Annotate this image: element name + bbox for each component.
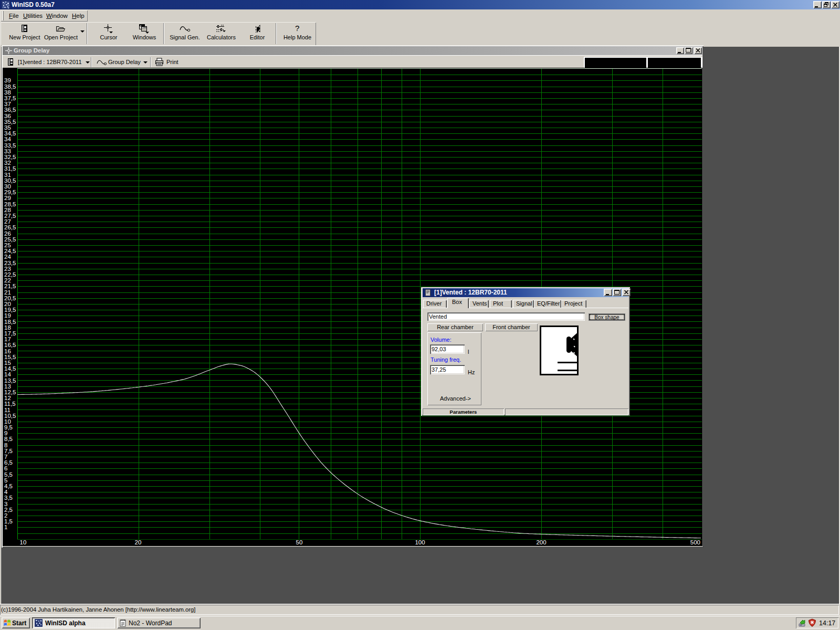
svg-text:11,5: 11,5 bbox=[4, 401, 16, 407]
svg-text:16,5: 16,5 bbox=[4, 342, 16, 348]
svg-text:38: 38 bbox=[4, 89, 11, 96]
svg-text:27: 27 bbox=[4, 218, 11, 225]
svg-text:7,5: 7,5 bbox=[4, 448, 13, 454]
svg-text:27,5: 27,5 bbox=[4, 213, 16, 219]
svg-text:1,5: 1,5 bbox=[4, 518, 13, 524]
svg-text:10: 10 bbox=[20, 539, 27, 545]
svg-text:12,5: 12,5 bbox=[4, 389, 16, 395]
svg-text:6,5: 6,5 bbox=[4, 459, 13, 466]
svg-text:14,5: 14,5 bbox=[4, 365, 16, 372]
svg-text:500: 500 bbox=[690, 539, 700, 545]
svg-text:30: 30 bbox=[4, 183, 11, 190]
svg-text:2,5: 2,5 bbox=[4, 507, 13, 513]
svg-text:20: 20 bbox=[135, 539, 142, 545]
svg-text:26,5: 26,5 bbox=[4, 224, 16, 230]
svg-text:9: 9 bbox=[4, 430, 7, 436]
svg-text:12: 12 bbox=[4, 395, 11, 401]
svg-text:33,5: 33,5 bbox=[4, 142, 16, 149]
svg-text:29: 29 bbox=[4, 195, 11, 201]
svg-text:35,5: 35,5 bbox=[4, 119, 16, 125]
svg-text:11: 11 bbox=[4, 407, 10, 413]
svg-text:17: 17 bbox=[4, 336, 11, 342]
svg-text:16: 16 bbox=[4, 348, 11, 354]
svg-text:200: 200 bbox=[536, 539, 546, 545]
svg-text:4,5: 4,5 bbox=[4, 483, 13, 489]
svg-text:32,5: 32,5 bbox=[4, 154, 16, 160]
svg-text:100: 100 bbox=[415, 539, 425, 545]
svg-text:3,5: 3,5 bbox=[4, 495, 13, 501]
svg-text:4: 4 bbox=[4, 489, 8, 495]
svg-text:14: 14 bbox=[4, 371, 11, 377]
svg-text:7: 7 bbox=[4, 454, 7, 460]
svg-text:35: 35 bbox=[4, 124, 11, 131]
svg-text:31,5: 31,5 bbox=[4, 165, 16, 172]
svg-text:13,5: 13,5 bbox=[4, 377, 16, 384]
svg-text:24: 24 bbox=[4, 254, 11, 260]
svg-text:3: 3 bbox=[4, 501, 7, 507]
svg-text:5: 5 bbox=[4, 477, 7, 484]
svg-text:25,5: 25,5 bbox=[4, 236, 16, 243]
svg-text:20,5: 20,5 bbox=[4, 295, 16, 301]
svg-text:28,5: 28,5 bbox=[4, 201, 16, 207]
svg-text:10: 10 bbox=[4, 418, 11, 425]
svg-text:29,5: 29,5 bbox=[4, 189, 16, 195]
svg-text:5,5: 5,5 bbox=[4, 471, 13, 478]
svg-text:18,5: 18,5 bbox=[4, 319, 16, 325]
svg-text:20: 20 bbox=[4, 301, 11, 307]
svg-text:22: 22 bbox=[4, 277, 11, 284]
svg-text:23,5: 23,5 bbox=[4, 260, 16, 266]
svg-text:15,5: 15,5 bbox=[4, 354, 16, 360]
svg-text:21: 21 bbox=[4, 289, 11, 296]
svg-text:39: 39 bbox=[4, 77, 11, 83]
svg-text:38,5: 38,5 bbox=[4, 83, 16, 90]
svg-text:36,5: 36,5 bbox=[4, 107, 16, 113]
svg-text:50: 50 bbox=[296, 539, 303, 545]
svg-text:21,5: 21,5 bbox=[4, 283, 16, 289]
svg-text:6: 6 bbox=[4, 465, 7, 471]
svg-text:22,5: 22,5 bbox=[4, 271, 16, 278]
svg-text:2: 2 bbox=[4, 512, 7, 519]
svg-text:19,5: 19,5 bbox=[4, 307, 16, 313]
svg-text:17,5: 17,5 bbox=[4, 330, 16, 337]
svg-text:31: 31 bbox=[4, 172, 11, 178]
svg-text:26: 26 bbox=[4, 230, 11, 237]
svg-text:15: 15 bbox=[4, 360, 11, 366]
svg-text:33: 33 bbox=[4, 148, 11, 154]
svg-text:25: 25 bbox=[4, 242, 11, 248]
svg-text:9,5: 9,5 bbox=[4, 424, 13, 430]
svg-text:1: 1 bbox=[4, 524, 7, 530]
svg-text:34,5: 34,5 bbox=[4, 130, 16, 136]
svg-text:34: 34 bbox=[4, 136, 11, 142]
svg-text:32: 32 bbox=[4, 160, 11, 166]
svg-text:18: 18 bbox=[4, 324, 11, 331]
svg-text:36: 36 bbox=[4, 113, 11, 119]
svg-text:8: 8 bbox=[4, 442, 7, 448]
svg-text:8,5: 8,5 bbox=[4, 436, 13, 442]
svg-text:37,5: 37,5 bbox=[4, 95, 16, 101]
svg-text:24,5: 24,5 bbox=[4, 248, 16, 254]
svg-text:19: 19 bbox=[4, 312, 11, 319]
svg-text:23: 23 bbox=[4, 266, 11, 272]
svg-text:28: 28 bbox=[4, 207, 11, 213]
svg-text:13: 13 bbox=[4, 383, 11, 390]
svg-text:37: 37 bbox=[4, 101, 11, 107]
